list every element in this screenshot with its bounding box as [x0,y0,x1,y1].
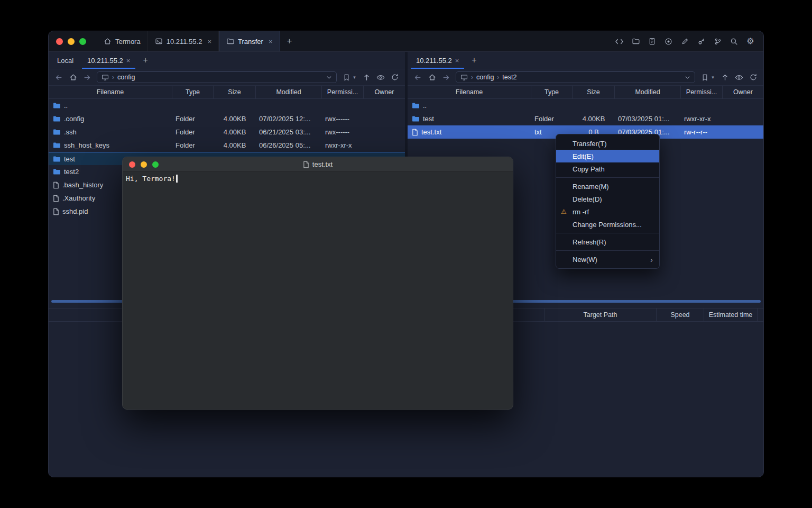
desktop: Termora10.211.55.2×Transfer× + ⚙ Local10… [0,0,812,508]
snippets-icon[interactable] [647,37,657,47]
file-row-test[interactable]: testFolder4.00KB07/03/2025 01:...rwxr-xr… [408,112,763,125]
path-bar[interactable]: ›config›test2 [456,71,695,83]
file-icon [53,195,59,202]
panel-toolbar: ›config ▾ [49,69,405,85]
record-icon[interactable] [663,37,673,47]
back-icon[interactable] [413,72,422,82]
home-icon [104,38,112,45]
editor-minimize-button[interactable] [141,161,147,168]
close-tab-icon[interactable]: × [455,57,459,64]
filename-cell: .. [49,99,172,112]
close-tab-icon[interactable]: × [126,57,131,64]
new-tab-button[interactable]: + [280,31,299,51]
filename-cell: test.txt [408,125,531,139]
file-row-[interactable]: .. [408,99,763,112]
breadcrumb-segment[interactable]: config [117,74,135,81]
file-row-[interactable]: .. [49,99,405,112]
warning-icon: ⚠ [561,208,567,215]
menu-item-edit-e[interactable]: Edit(E) [556,150,659,162]
titlebar-tab-transfer[interactable]: Transfer× [219,31,280,51]
breadcrumb-segment[interactable]: config [476,74,494,81]
tab-label: Termora [115,38,141,46]
transfer-column-speed[interactable]: Speed [656,309,704,321]
file-name: .ssh [64,125,77,139]
home-icon[interactable] [68,72,78,82]
panel-new-tab-button[interactable]: + [466,52,482,69]
column-header-owner[interactable]: Owner [364,86,405,98]
panel-new-tab-button[interactable]: + [137,52,153,69]
type-cell: Folder [531,112,573,125]
back-icon[interactable] [54,72,63,82]
file-name: .bash_history [62,178,103,192]
home-icon[interactable] [427,72,437,82]
editor-content[interactable]: Hi, Termora! [123,172,513,185]
forward-icon[interactable] [82,72,92,82]
file-row-ssh-host-keys[interactable]: ssh_host_keysFolder4.00KB06/26/2025 05:.… [49,139,405,152]
menu-item-label: Transfer(T) [573,140,607,148]
titlebar-tab-10-211-55-2[interactable]: 10.211.55.2× [148,31,219,51]
keychain-icon[interactable] [696,37,706,47]
filename-cell: .config [49,112,172,125]
column-header-modified[interactable]: Modified [256,86,322,98]
menu-item-new-w[interactable]: New(W)› [556,253,659,266]
close-tab-icon[interactable]: × [207,38,211,45]
titlebar-tab-termora[interactable]: Termora [97,31,148,51]
panel-toolbar: ›config›test2 ▾ [408,69,763,85]
up-icon[interactable] [720,72,730,82]
editor-close-button[interactable] [129,161,135,168]
menu-item-transfer-t[interactable]: Transfer(T) [556,137,659,150]
column-header-permissi[interactable]: Permissi... [681,86,723,98]
editor-zoom-button[interactable] [152,161,159,168]
column-header-filename[interactable]: Filename [408,86,531,98]
modified-cell: 07/02/2025 12:... [256,112,322,125]
file-row-ssh[interactable]: .sshFolder4.00KB06/21/2025 03:...rwx----… [49,125,405,139]
panel-tab-local[interactable]: Local [50,52,80,69]
file-row-config[interactable]: .configFolder4.00KB07/02/2025 12:...rwx-… [49,112,405,125]
column-header-filename[interactable]: Filename [49,86,172,98]
file-name: test [64,152,75,166]
zoom-window-button[interactable] [79,38,86,45]
refresh-icon[interactable] [749,72,758,82]
column-header-size[interactable]: Size [573,86,615,98]
column-header-type[interactable]: Type [531,86,573,98]
menu-item-refresh-r[interactable]: Refresh(R) [556,235,659,248]
panel-tab-10-211-55-2[interactable]: 10.211.55.2× [409,52,466,69]
column-header-owner[interactable]: Owner [723,86,763,98]
eye-icon[interactable] [734,72,744,82]
transfer-column-target-path[interactable]: Target Path [544,309,656,321]
eye-icon[interactable] [376,72,385,82]
menu-item-rm-rf[interactable]: ⚠rm -rf [556,205,659,218]
close-window-button[interactable] [56,38,63,45]
chevron-down-icon[interactable] [326,76,332,79]
column-header-type[interactable]: Type [172,86,214,98]
transfer-column-estimated-time[interactable]: Estimated time [704,309,758,321]
panel-tab-10-211-55-2[interactable]: 10.211.55.2× [80,52,137,69]
refresh-icon[interactable] [390,72,400,82]
column-header-permissi[interactable]: Permissi... [322,86,364,98]
menu-item-rename-m[interactable]: Rename(M) [556,180,659,193]
up-icon[interactable] [362,72,371,82]
text-cursor [176,175,178,183]
folder-outline-icon[interactable] [631,37,641,47]
close-tab-icon[interactable]: × [269,38,273,45]
menu-item-delete-d[interactable]: Delete(D) [556,193,659,205]
type-cell: Folder [172,139,214,152]
breadcrumb-segment[interactable]: test2 [502,74,516,81]
menu-item-change-permissions[interactable]: Change Permissions... [556,218,659,231]
git-branch-icon[interactable] [713,37,723,47]
menu-item-copy-path[interactable]: Copy Path [556,162,659,175]
minimize-window-button[interactable] [68,38,75,45]
bookmark-icon[interactable] [700,72,709,82]
code-icon[interactable] [614,37,624,47]
column-header-size[interactable]: Size [214,86,256,98]
forward-icon[interactable] [441,72,451,82]
chevron-down-icon[interactable] [685,76,690,79]
search-icon[interactable] [729,37,739,47]
column-header-modified[interactable]: Modified [615,86,681,98]
bookmark-icon[interactable] [342,72,351,82]
edit-icon[interactable] [680,37,690,47]
settings-icon[interactable]: ⚙ [745,37,755,47]
caret-down-icon[interactable]: ▾ [352,72,357,82]
caret-down-icon[interactable]: ▾ [710,72,715,82]
path-bar[interactable]: ›config [97,71,337,83]
